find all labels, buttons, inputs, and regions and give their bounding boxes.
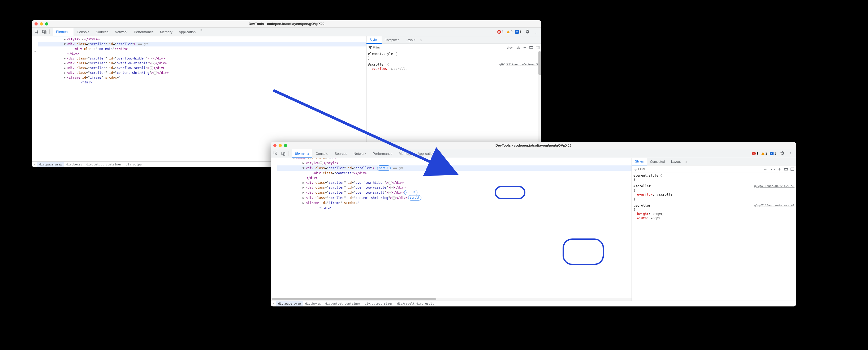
breadcrumb-item[interactable]: div.page-wrap: [37, 162, 64, 167]
expand-shorthand-icon[interactable]: ▶: [392, 67, 393, 70]
tab-layout[interactable]: Layout: [668, 158, 684, 166]
dom-node-style[interactable]: ▶<style>⋯</style>: [38, 37, 366, 42]
styles-body[interactable]: element.style { } #scroller gOVpXJJ?ano……: [632, 173, 796, 301]
tab-layout[interactable]: Layout: [403, 36, 418, 44]
dom-node-contents[interactable]: <div class="contents"></div>: [277, 171, 631, 176]
settings-icon[interactable]: [524, 29, 530, 34]
expand-arrow-icon[interactable]: ▶: [303, 190, 305, 195]
tab-network[interactable]: Network: [350, 149, 370, 158]
breadcrumb-item[interactable]: div.outpu: [124, 162, 144, 167]
dom-node-contents[interactable]: <div class="contents"></div>: [38, 47, 366, 51]
tab-performance[interactable]: Performance: [130, 28, 157, 36]
source-link[interactable]: gOVpXJJ?ano…ue&view=:41: [754, 203, 795, 208]
ellipsis-icon[interactable]: ⋯: [152, 62, 155, 65]
errors-badge[interactable]: ✕ 1: [497, 30, 504, 34]
ellipsis-icon[interactable]: ⋯: [81, 38, 84, 41]
minimize-window-button[interactable]: [279, 144, 282, 147]
more-styles-tabs-icon[interactable]: »: [418, 38, 424, 42]
tab-computed[interactable]: Computed: [381, 36, 403, 44]
computed-sidebar-icon[interactable]: [783, 167, 789, 172]
dom-node-body[interactable]: ▼<body translate= no >: [277, 158, 631, 161]
css-property[interactable]: overflow: ▶scroll;: [368, 67, 540, 71]
minimize-window-button[interactable]: [40, 22, 43, 26]
css-property[interactable]: overflow: ▶scroll;: [633, 193, 795, 197]
hov-toggle[interactable]: :hov: [761, 167, 769, 171]
tab-console[interactable]: Console: [73, 28, 93, 36]
breadcrumb-item[interactable]: div#result_div.result: [395, 301, 436, 307]
scrollbar-thumb[interactable]: [538, 51, 541, 75]
close-window-button[interactable]: [34, 22, 38, 26]
expand-arrow-icon[interactable]: ▶: [64, 75, 66, 80]
warnings-badge[interactable]: 2: [506, 30, 513, 34]
inspect-element-icon[interactable]: [272, 150, 279, 157]
dom-node-row[interactable]: ▶<div class="scroller" id="overflow-scro…: [277, 190, 631, 195]
tab-application[interactable]: Application: [414, 149, 438, 158]
scroll-badge[interactable]: scroll: [404, 190, 417, 195]
dom-node-row[interactable]: ▶<div class="scroller" id="overflow-visi…: [38, 61, 366, 66]
tab-elements[interactable]: Elements: [291, 149, 312, 158]
breadcrumb-item[interactable]: div.boxes: [64, 162, 84, 167]
scroll-badge[interactable]: scroll: [377, 166, 390, 171]
collapse-arrow-icon[interactable]: ▼: [64, 42, 66, 47]
breadcrumb-item[interactable]: div.boxes: [303, 301, 323, 307]
breadcrumb-item[interactable]: div.output-sizer: [363, 301, 395, 307]
device-toolbar-icon[interactable]: [280, 150, 287, 157]
dom-node-iframe[interactable]: ▶<iframe id="iframe" srcdoc=": [38, 75, 366, 80]
source-link[interactable]: gOVpXJJ?ano…ue&view=:50: [754, 184, 795, 188]
cls-toggle[interactable]: .cls: [515, 46, 521, 49]
zoom-window-button[interactable]: [284, 144, 287, 147]
dom-node-scroller-selected[interactable]: ▼<div class="scroller" id="scroller"> ==…: [38, 42, 366, 47]
css-property[interactable]: width: 200px;: [633, 216, 795, 221]
expand-arrow-icon[interactable]: ▶: [64, 66, 66, 70]
dom-node-close[interactable]: </div>: [38, 51, 366, 56]
more-tabs-icon[interactable]: »: [438, 149, 443, 158]
more-styles-tabs-icon[interactable]: »: [684, 159, 689, 164]
expand-arrow-icon[interactable]: ▶: [303, 185, 305, 190]
more-options-icon[interactable]: ⋮: [533, 30, 539, 34]
zoom-window-button[interactable]: [45, 22, 48, 26]
issues-badge[interactable]: × 1: [770, 152, 776, 155]
tab-performance[interactable]: Performance: [369, 149, 395, 158]
ellipsis-icon[interactable]: ⋯: [153, 71, 157, 75]
scroller-class-rule[interactable]: .scroller gOVpXJJ?ano…ue&view=:41 { heig…: [633, 203, 795, 222]
breadcrumb-scroll-left-icon[interactable]: ‹: [32, 163, 37, 166]
dom-node-row[interactable]: ▶<div class="scroller" id="overflow-hidd…: [277, 180, 631, 185]
tab-sources[interactable]: Sources: [332, 149, 350, 158]
expand-arrow-icon[interactable]: ▶: [64, 61, 66, 66]
dom-node-iframe[interactable]: ▶<iframe id="iframe" srcdoc=": [277, 201, 631, 205]
dom-horizontal-scrollbar[interactable]: [271, 298, 631, 301]
errors-badge[interactable]: ✕ 1: [752, 152, 758, 155]
scrollbar-thumb[interactable]: [272, 298, 436, 300]
ellipsis-icon[interactable]: ⋯: [392, 196, 396, 200]
toggle-sidebar-icon[interactable]: [790, 167, 795, 172]
element-style-rule[interactable]: element.style { }: [633, 173, 795, 183]
dom-node-style[interactable]: ▶<style>⋯</style>: [277, 161, 631, 166]
expand-arrow-icon[interactable]: ▶: [303, 161, 305, 166]
settings-icon[interactable]: [779, 151, 785, 156]
scroller-id-rule[interactable]: #scroller gOVpXJJ?ano…ue&view=:50 { over…: [633, 184, 795, 202]
dom-node-html-child[interactable]: <html>: [38, 80, 366, 85]
css-property[interactable]: height: 200px;: [633, 212, 795, 216]
device-toolbar-icon[interactable]: [41, 28, 48, 35]
tab-memory[interactable]: Memory: [396, 149, 414, 158]
ellipsis-icon[interactable]: ⋯: [150, 57, 153, 60]
styles-filter-input[interactable]: [368, 45, 505, 50]
scroller-rule[interactable]: #scroller { gOVpXJJ?noc…ue&view=:50 over…: [368, 62, 540, 72]
expand-arrow-icon[interactable]: ▶: [303, 201, 305, 205]
collapse-arrow-icon[interactable]: ▼: [303, 166, 305, 171]
tab-styles[interactable]: Styles: [367, 36, 381, 44]
tab-console[interactable]: Console: [312, 149, 332, 158]
toggle-sidebar-icon[interactable]: [535, 45, 540, 50]
tab-elements[interactable]: Elements: [53, 28, 73, 36]
tab-computed[interactable]: Computed: [647, 158, 668, 166]
tab-application[interactable]: Application: [176, 28, 199, 36]
expand-arrow-icon[interactable]: ▶: [64, 70, 66, 75]
hov-toggle[interactable]: :hov: [506, 46, 514, 49]
dom-node-row[interactable]: ▶<div class="scroller" id="content-shrin…: [38, 70, 366, 75]
breadcrumb-item[interactable]: div.output-container: [323, 301, 363, 307]
dom-node-row[interactable]: ▶<div class="scroller" id="overflow-hidd…: [38, 56, 366, 61]
expand-arrow-icon[interactable]: ▶: [303, 180, 305, 185]
ellipsis-icon[interactable]: ⋯: [150, 66, 153, 70]
dom-node-html-child[interactable]: <html>: [277, 205, 631, 210]
dom-node-scroller-selected[interactable]: ▼<div class="scroller" id="scroller"> sc…: [277, 166, 631, 171]
